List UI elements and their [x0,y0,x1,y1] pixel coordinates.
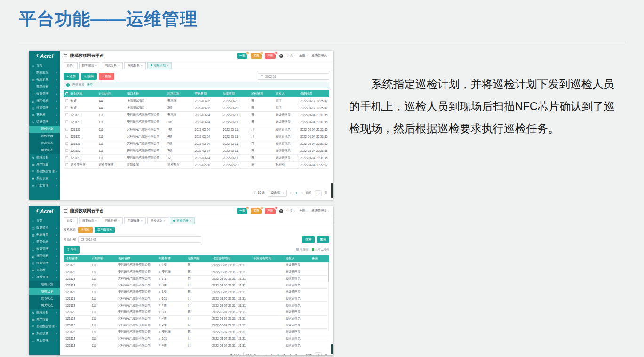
sidebar-item[interactable]: ▢ 数据监控 ∨ [29,224,60,231]
header-dropdown[interactable]: 中文 ∨ [287,54,295,58]
sidebar-item[interactable]: ✱ 系统设置 ∨ [29,175,60,182]
sidebar-item[interactable]: ∿ 运维管理 ∨ [29,274,60,281]
row-checkbox[interactable] [65,120,68,123]
page-size-select[interactable]: 15条/页 ∨ [268,190,287,197]
clear-selection-link[interactable]: 清空 [87,83,93,87]
add-button[interactable]: + 添加 [64,73,79,80]
page-number[interactable]: 2 [276,354,280,355]
scrollbar-thumb[interactable] [331,183,333,198]
sidebar-item[interactable]: ⌂ 首页 [29,62,60,69]
sidebar-item[interactable]: ▥ 电能质量 ∨ [29,231,60,238]
close-icon[interactable]: × [118,64,119,67]
page-size-select[interactable]: 15条/页 ∨ [243,352,262,355]
prev-page-button[interactable]: < [290,191,292,195]
page-number[interactable]: 4 [288,354,292,355]
menu-collapse-icon[interactable] [64,56,67,56]
tab[interactable]: 报警信息 × [79,62,100,69]
goto-page-input[interactable] [315,190,322,196]
next-page-button[interactable]: > [301,354,303,355]
tab[interactable]: 巡检计划 × [147,217,168,224]
page-number[interactable]: 3 [282,354,286,355]
header-dropdown[interactable]: 超级管理员 ∨ [311,209,329,213]
close-icon[interactable]: × [141,219,143,222]
tab[interactable]: 用能报表 × [124,217,145,224]
alarm-level-badge[interactable]: 一般 0 [237,53,248,59]
alarm-level-badge[interactable]: 一般 0 [237,208,248,214]
sidebar-item[interactable]: ⧉ 基础数据管理 ∨ [29,323,60,330]
alarm-level-badge[interactable]: 紧急 0 [251,208,262,214]
row-checkbox[interactable] [65,106,68,109]
row-checkbox[interactable] [65,113,68,116]
goto-page-input[interactable] [315,352,322,355]
sidebar-item[interactable]: 巡检计划 [29,281,60,288]
sidebar-item[interactable]: 网关状态 [29,302,60,309]
sidebar-item[interactable]: ❏ 收费管理 ∨ [29,246,60,253]
row-checkbox[interactable] [65,99,68,102]
header-dropdown[interactable]: 主题 ∨ [299,209,308,213]
sidebar-item[interactable]: 仪表状态 [29,140,60,147]
tab[interactable]: 首页 [64,217,78,224]
tab[interactable]: 首页 [64,62,78,69]
sidebar-item[interactable]: ◔ 需量分析 ∨ [29,238,60,246]
sidebar-item[interactable]: ⧉ 基础数据管理 ∨ [29,168,60,175]
sidebar-item[interactable]: ◎ 报警管理 ∨ [29,260,60,267]
close-icon[interactable]: × [190,219,191,222]
sidebar-item[interactable]: ◎ 报警管理 ∨ [29,104,60,111]
reset-button[interactable]: 重置 [317,236,329,243]
sidebar-item[interactable]: 网关状态 [29,147,60,154]
header-dropdown[interactable]: 超级管理员 ∨ [311,54,329,58]
sidebar-item[interactable]: ⌂ 首页 [29,217,60,224]
page-number[interactable]: 1 [270,354,274,355]
help-icon[interactable]: ? [279,54,283,58]
edit-button[interactable]: ✎ 编辑 [81,73,97,80]
sidebar-item[interactable]: ◭ 损耗分析 ∨ [29,253,60,260]
sidebar-item[interactable]: ▤ 用户报告 [29,161,60,168]
sidebar-item[interactable]: ▥ 电能质量 ∨ [29,76,60,83]
status-filter-chip[interactable]: 正常已巡检 [95,227,115,233]
delete-button[interactable]: × 删除 [99,73,114,80]
tab[interactable]: 报警信息 × [79,217,100,224]
close-icon[interactable]: × [118,219,119,222]
month-picker[interactable]: 2022-03 [78,236,201,243]
header-dropdown[interactable]: 中文 ∨ [287,209,295,213]
row-checkbox[interactable] [65,163,68,166]
sidebar-item[interactable]: ↯ 能耗分析 ∨ [29,309,60,316]
tab[interactable]: 同比分析 × [102,217,123,224]
sidebar-item[interactable]: ▭ 日志管理 ∨ [29,182,60,189]
sidebar-item[interactable]: ▤ 用户报告 [29,316,60,323]
header-dropdown[interactable]: 主题 ∨ [299,54,308,58]
row-checkbox[interactable] [65,156,68,159]
tab[interactable]: 用能报表 × [124,62,145,69]
row-checkbox[interactable] [65,135,68,138]
sidebar-item[interactable]: 巡检记录 [29,288,60,295]
table-scrollbar[interactable] [328,262,329,331]
sidebar-item[interactable]: ◭ 损耗分析 ∨ [29,97,60,104]
month-picker[interactable]: 2022-03 [258,73,329,80]
close-icon[interactable]: × [141,64,143,67]
sidebar-item[interactable]: ▢ 数据监控 ∨ [29,69,60,76]
sidebar-item[interactable]: ≣ 充电桩 ∨ [29,111,60,119]
menu-collapse-icon[interactable] [64,211,67,211]
help-icon[interactable]: ? [279,209,283,213]
sidebar-item[interactable]: 巡检计划 [29,126,60,133]
tab[interactable]: 巡检记录 × [170,217,194,224]
prev-page-button[interactable]: < [265,354,267,355]
alarm-level-badge[interactable]: 严重 1 [265,53,276,59]
sidebar-item[interactable]: ↯ 能耗分析 ∨ [29,154,60,161]
select-all-checkbox[interactable] [65,92,68,95]
page-number[interactable]: 1 [294,191,298,195]
tab[interactable]: 巡检计划 × [147,62,172,69]
tab[interactable]: 同比分析 × [102,62,123,69]
row-checkbox[interactable] [65,149,68,152]
sidebar-item[interactable]: ◔ 需量分析 ∨ [29,83,60,90]
page-number[interactable]: 5 [294,354,298,355]
row-checkbox[interactable] [65,142,68,145]
close-icon[interactable]: × [167,64,168,67]
sidebar-item[interactable]: ≣ 充电桩 ∨ [29,267,60,274]
scrollbar-thumb[interactable] [331,344,333,354]
status-filter-chip[interactable]: 未巡检 [78,227,93,233]
sidebar-item[interactable]: ∿ 运维管理 ∨ [29,119,60,126]
close-icon[interactable]: × [95,64,97,67]
search-button[interactable]: 搜索 [302,236,315,243]
export-button[interactable]: ↧ 导出 [64,246,80,253]
